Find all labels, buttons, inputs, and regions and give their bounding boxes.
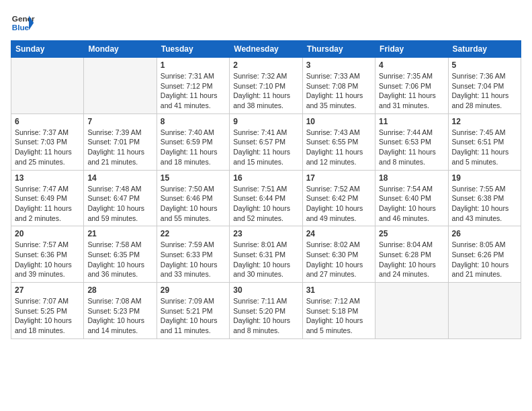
- day-info: Sunrise: 7:37 AM Sunset: 7:03 PM Dayligh…: [15, 128, 80, 167]
- calendar-week-4: 20Sunrise: 7:57 AM Sunset: 6:36 PM Dayli…: [11, 226, 521, 283]
- day-number: 13: [15, 173, 80, 183]
- day-number: 31: [306, 285, 371, 295]
- day-number: 10: [306, 117, 371, 126]
- calendar-cell: 29Sunrise: 7:09 AM Sunset: 5:21 PM Dayli…: [157, 283, 229, 339]
- day-info: Sunrise: 7:40 AM Sunset: 6:59 PM Dayligh…: [161, 128, 226, 167]
- calendar-cell: 16Sunrise: 7:51 AM Sunset: 6:44 PM Dayli…: [230, 170, 302, 226]
- calendar-table: SundayMondayTuesdayWednesdayThursdayFrid…: [11, 40, 521, 339]
- day-info: Sunrise: 7:09 AM Sunset: 5:21 PM Dayligh…: [161, 296, 226, 336]
- day-info: Sunrise: 8:04 AM Sunset: 6:28 PM Dayligh…: [379, 240, 444, 279]
- day-number: 25: [379, 229, 444, 238]
- day-number: 6: [15, 117, 80, 126]
- calendar-header-row: SundayMondayTuesdayWednesdayThursdayFrid…: [11, 41, 521, 58]
- logo-icon: General Blue: [11, 11, 35, 35]
- day-number: 16: [233, 173, 298, 183]
- day-info: Sunrise: 7:12 AM Sunset: 5:18 PM Dayligh…: [306, 296, 371, 336]
- calendar-cell: 5Sunrise: 7:36 AM Sunset: 7:04 PM Daylig…: [448, 58, 521, 114]
- day-number: 2: [233, 60, 298, 70]
- day-number: 3: [306, 60, 371, 70]
- day-number: 21: [87, 229, 152, 238]
- calendar-cell: 25Sunrise: 8:04 AM Sunset: 6:28 PM Dayli…: [375, 226, 448, 283]
- calendar-cell: 1Sunrise: 7:31 AM Sunset: 7:12 PM Daylig…: [157, 58, 229, 114]
- calendar-cell: 14Sunrise: 7:48 AM Sunset: 6:47 PM Dayli…: [84, 170, 157, 226]
- calendar-cell: 18Sunrise: 7:54 AM Sunset: 6:40 PM Dayli…: [375, 170, 448, 226]
- day-number: 17: [306, 173, 371, 183]
- weekday-header-saturday: Saturday: [448, 41, 521, 58]
- day-info: Sunrise: 7:57 AM Sunset: 6:36 PM Dayligh…: [15, 240, 80, 279]
- calendar-week-2: 6Sunrise: 7:37 AM Sunset: 7:03 PM Daylig…: [11, 113, 521, 170]
- day-info: Sunrise: 7:54 AM Sunset: 6:40 PM Dayligh…: [379, 184, 444, 224]
- day-number: 20: [15, 229, 80, 238]
- day-number: 4: [379, 60, 444, 70]
- day-number: 23: [233, 229, 298, 238]
- calendar-cell: 30Sunrise: 7:11 AM Sunset: 5:20 PM Dayli…: [230, 283, 302, 339]
- day-info: Sunrise: 8:05 AM Sunset: 6:26 PM Dayligh…: [452, 240, 517, 279]
- calendar-cell: 10Sunrise: 7:43 AM Sunset: 6:55 PM Dayli…: [302, 113, 375, 170]
- calendar-cell: 2Sunrise: 7:32 AM Sunset: 7:10 PM Daylig…: [230, 58, 302, 114]
- day-info: Sunrise: 7:32 AM Sunset: 7:10 PM Dayligh…: [233, 71, 298, 111]
- calendar-week-3: 13Sunrise: 7:47 AM Sunset: 6:49 PM Dayli…: [11, 170, 521, 226]
- day-number: 8: [161, 117, 226, 126]
- calendar-cell: 23Sunrise: 8:01 AM Sunset: 6:31 PM Dayli…: [230, 226, 302, 283]
- calendar-cell: 3Sunrise: 7:33 AM Sunset: 7:08 PM Daylig…: [302, 58, 375, 114]
- calendar-cell: 12Sunrise: 7:45 AM Sunset: 6:51 PM Dayli…: [448, 113, 521, 170]
- calendar-cell: 9Sunrise: 7:41 AM Sunset: 6:57 PM Daylig…: [230, 113, 302, 170]
- day-info: Sunrise: 7:35 AM Sunset: 7:06 PM Dayligh…: [379, 71, 444, 111]
- day-number: 18: [379, 173, 444, 183]
- day-number: 7: [87, 117, 152, 126]
- calendar-cell: 7Sunrise: 7:39 AM Sunset: 7:01 PM Daylig…: [84, 113, 157, 170]
- weekday-header-monday: Monday: [84, 41, 157, 58]
- calendar-week-5: 27Sunrise: 7:07 AM Sunset: 5:25 PM Dayli…: [11, 283, 521, 339]
- calendar-cell: 17Sunrise: 7:52 AM Sunset: 6:42 PM Dayli…: [302, 170, 375, 226]
- calendar-cell: [448, 283, 521, 339]
- day-info: Sunrise: 8:02 AM Sunset: 6:30 PM Dayligh…: [306, 240, 371, 279]
- svg-text:Blue: Blue: [12, 23, 30, 32]
- weekday-header-sunday: Sunday: [11, 41, 84, 58]
- day-number: 12: [452, 117, 517, 126]
- day-info: Sunrise: 7:45 AM Sunset: 6:51 PM Dayligh…: [452, 128, 517, 167]
- day-number: 11: [379, 117, 444, 126]
- calendar-cell: 11Sunrise: 7:44 AM Sunset: 6:53 PM Dayli…: [375, 113, 448, 170]
- weekday-header-friday: Friday: [375, 41, 448, 58]
- day-number: 1: [161, 60, 226, 70]
- calendar-cell: 6Sunrise: 7:37 AM Sunset: 7:03 PM Daylig…: [11, 113, 84, 170]
- calendar-cell: 13Sunrise: 7:47 AM Sunset: 6:49 PM Dayli…: [11, 170, 84, 226]
- day-info: Sunrise: 7:08 AM Sunset: 5:23 PM Dayligh…: [87, 296, 152, 336]
- calendar-cell: 24Sunrise: 8:02 AM Sunset: 6:30 PM Dayli…: [302, 226, 375, 283]
- day-info: Sunrise: 7:48 AM Sunset: 6:47 PM Dayligh…: [87, 184, 152, 224]
- day-number: 14: [87, 173, 152, 183]
- day-number: 24: [306, 229, 371, 238]
- day-info: Sunrise: 7:31 AM Sunset: 7:12 PM Dayligh…: [161, 71, 226, 111]
- day-info: Sunrise: 7:58 AM Sunset: 6:35 PM Dayligh…: [87, 240, 152, 279]
- day-info: Sunrise: 7:59 AM Sunset: 6:33 PM Dayligh…: [161, 240, 226, 279]
- day-number: 27: [15, 285, 80, 295]
- calendar-cell: 15Sunrise: 7:50 AM Sunset: 6:46 PM Dayli…: [157, 170, 229, 226]
- weekday-header-wednesday: Wednesday: [230, 41, 302, 58]
- calendar-cell: 4Sunrise: 7:35 AM Sunset: 7:06 PM Daylig…: [375, 58, 448, 114]
- day-info: Sunrise: 7:39 AM Sunset: 7:01 PM Dayligh…: [87, 128, 152, 167]
- day-info: Sunrise: 7:50 AM Sunset: 6:46 PM Dayligh…: [161, 184, 226, 224]
- calendar-cell: [375, 283, 448, 339]
- calendar-cell: [11, 58, 84, 114]
- day-number: 30: [233, 285, 298, 295]
- day-number: 22: [161, 229, 226, 238]
- day-number: 9: [233, 117, 298, 126]
- day-info: Sunrise: 7:52 AM Sunset: 6:42 PM Dayligh…: [306, 184, 371, 224]
- day-info: Sunrise: 7:11 AM Sunset: 5:20 PM Dayligh…: [233, 296, 298, 336]
- calendar-cell: 26Sunrise: 8:05 AM Sunset: 6:26 PM Dayli…: [448, 226, 521, 283]
- day-info: Sunrise: 7:44 AM Sunset: 6:53 PM Dayligh…: [379, 128, 444, 167]
- day-number: 19: [452, 173, 517, 183]
- day-info: Sunrise: 7:33 AM Sunset: 7:08 PM Dayligh…: [306, 71, 371, 111]
- day-number: 28: [87, 285, 152, 295]
- page-header: General Blue: [11, 11, 521, 35]
- calendar-week-1: 1Sunrise: 7:31 AM Sunset: 7:12 PM Daylig…: [11, 58, 521, 114]
- calendar-cell: 22Sunrise: 7:59 AM Sunset: 6:33 PM Dayli…: [157, 226, 229, 283]
- weekday-header-tuesday: Tuesday: [157, 41, 229, 58]
- day-info: Sunrise: 7:07 AM Sunset: 5:25 PM Dayligh…: [15, 296, 80, 336]
- day-info: Sunrise: 7:47 AM Sunset: 6:49 PM Dayligh…: [15, 184, 80, 224]
- day-number: 5: [452, 60, 517, 70]
- day-info: Sunrise: 7:41 AM Sunset: 6:57 PM Dayligh…: [233, 128, 298, 167]
- calendar-cell: 21Sunrise: 7:58 AM Sunset: 6:35 PM Dayli…: [84, 226, 157, 283]
- calendar-cell: 27Sunrise: 7:07 AM Sunset: 5:25 PM Dayli…: [11, 283, 84, 339]
- calendar-cell: 8Sunrise: 7:40 AM Sunset: 6:59 PM Daylig…: [157, 113, 229, 170]
